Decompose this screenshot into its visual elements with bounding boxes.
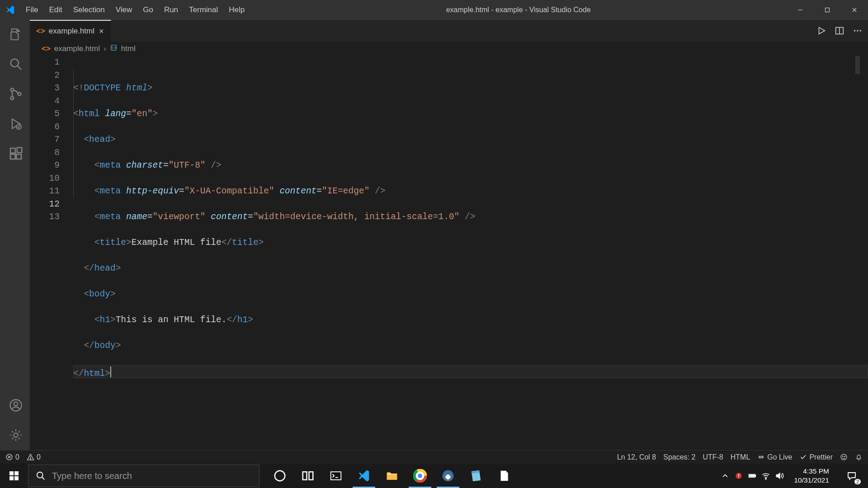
breadcrumb-file-icon: <>: [42, 44, 51, 53]
activity-accounts-icon[interactable]: [0, 390, 30, 420]
editor-actions: [816, 20, 868, 42]
svg-rect-57: [755, 475, 756, 476]
chevron-right-icon: ›: [104, 44, 106, 53]
svg-rect-33: [14, 471, 19, 475]
svg-point-27: [30, 459, 31, 459]
close-button[interactable]: [841, 0, 868, 19]
status-feedback-icon[interactable]: [840, 453, 848, 461]
svg-rect-54: [739, 474, 740, 476]
taskbar-search[interactable]: Type here to search: [28, 465, 259, 487]
taskbar-file-explorer-icon[interactable]: [378, 464, 406, 488]
status-warnings[interactable]: 0: [27, 453, 41, 461]
search-placeholder: Type here to search: [52, 471, 132, 481]
svg-rect-13: [17, 148, 22, 153]
more-actions-icon[interactable]: [853, 26, 863, 36]
taskbar-cortana-icon[interactable]: [266, 464, 294, 488]
svg-point-28: [760, 456, 762, 458]
svg-point-38: [275, 471, 285, 481]
svg-rect-10: [10, 148, 15, 153]
menu-view[interactable]: View: [110, 0, 138, 19]
menu-terminal[interactable]: Terminal: [184, 0, 223, 19]
svg-point-19: [854, 30, 855, 31]
tab-close-icon[interactable]: ×: [98, 26, 105, 36]
status-bar: 0 0 Ln 12, Col 8 Spaces: 2 UTF-8 HTML Go…: [0, 450, 868, 464]
taskbar-vscode-icon[interactable]: [350, 464, 378, 488]
svg-rect-1: [826, 8, 830, 12]
status-go-live[interactable]: Go Live: [757, 453, 792, 461]
activity-search-icon[interactable]: [0, 49, 30, 79]
taskbar-notepad-icon[interactable]: [462, 464, 490, 488]
taskbar-task-view-icon[interactable]: [294, 464, 322, 488]
code-editor[interactable]: 1 2 3 4 5 6 7 8 9 10 11 12 13 <!DOCTYPE …: [30, 56, 868, 450]
status-bell-icon[interactable]: [855, 453, 863, 461]
svg-rect-41: [331, 472, 341, 480]
svg-rect-11: [10, 154, 15, 159]
breadcrumb[interactable]: <> example.html › html: [30, 42, 868, 56]
tray-chevron-up-icon[interactable]: [721, 471, 730, 480]
menu-go[interactable]: Go: [137, 0, 159, 19]
activity-source-control-icon[interactable]: [0, 79, 30, 109]
taskbar-terminal-icon[interactable]: [322, 464, 350, 488]
breadcrumb-symbol-icon: [110, 44, 118, 54]
menu-run[interactable]: Run: [159, 0, 184, 19]
activity-extensions-icon[interactable]: [0, 139, 30, 169]
menu-file[interactable]: File: [20, 0, 43, 19]
activity-explorer-icon[interactable]: [0, 19, 30, 49]
activity-settings-icon[interactable]: [0, 420, 30, 450]
tray-wifi-icon[interactable]: [761, 471, 770, 480]
activity-bar: [0, 19, 30, 450]
start-button[interactable]: [0, 464, 28, 488]
split-editor-icon[interactable]: [835, 26, 844, 36]
taskbar-chrome-icon[interactable]: [406, 464, 434, 488]
svg-point-30: [843, 456, 843, 456]
taskbar-app-icon[interactable]: [434, 464, 462, 488]
status-spaces[interactable]: Spaces: 2: [663, 453, 695, 461]
window-title: example.html - example - Visual Studio C…: [250, 6, 787, 14]
tray-volume-icon[interactable]: [775, 471, 784, 480]
tab-filename: example.html: [49, 27, 94, 36]
windows-taskbar: Type here to search 4:35 PM 10/31/2021 2: [0, 464, 868, 488]
status-prettier[interactable]: Prettier: [799, 453, 833, 461]
code-content[interactable]: <!DOCTYPE html> <html lang="en"> <head> …: [73, 56, 868, 450]
tray-battery-icon[interactable]: [748, 471, 757, 480]
menu-edit[interactable]: Edit: [43, 0, 67, 19]
status-language[interactable]: HTML: [731, 453, 750, 461]
minimize-button[interactable]: [787, 0, 814, 19]
breadcrumb-file: example.html: [54, 44, 100, 53]
svg-line-37: [42, 477, 45, 480]
tab-bar: <> example.html ×: [30, 19, 868, 42]
activity-run-debug-icon[interactable]: [0, 109, 30, 139]
editor-area: <> example.html × <> example.html › html…: [30, 19, 868, 450]
menu-help[interactable]: Help: [223, 0, 250, 19]
tray-security-icon[interactable]: [734, 471, 743, 480]
taskbar-clock[interactable]: 4:35 PM 10/31/2021: [789, 467, 834, 485]
status-errors[interactable]: 0: [5, 453, 19, 461]
svg-point-7: [10, 97, 14, 100]
maximize-button[interactable]: [814, 0, 841, 19]
minimap[interactable]: [855, 56, 860, 74]
svg-point-15: [14, 402, 18, 406]
svg-point-4: [10, 59, 18, 67]
svg-rect-34: [9, 476, 14, 480]
svg-rect-12: [16, 154, 21, 159]
status-encoding[interactable]: UTF-8: [703, 453, 723, 461]
action-center-icon[interactable]: 2: [839, 464, 864, 488]
html-file-icon: <>: [36, 27, 45, 36]
system-tray: 4:35 PM 10/31/2021 2: [721, 464, 868, 488]
vscode-logo-icon: [0, 5, 20, 15]
svg-rect-43: [387, 475, 397, 480]
svg-rect-40: [309, 472, 313, 480]
menu-selection[interactable]: Selection: [68, 0, 110, 19]
line-number-gutter: 1 2 3 4 5 6 7 8 9 10 11 12 13: [30, 56, 73, 450]
svg-point-31: [844, 456, 845, 456]
tab-example-html[interactable]: <> example.html ×: [30, 20, 111, 42]
text-cursor: [110, 366, 111, 377]
status-cursor-position[interactable]: Ln 12, Col 8: [617, 453, 656, 461]
svg-rect-39: [303, 472, 307, 480]
svg-rect-58: [750, 475, 755, 476]
menu-bar: File Edit Selection View Go Run Terminal…: [20, 0, 250, 19]
run-file-icon[interactable]: [816, 26, 826, 36]
svg-rect-32: [9, 471, 14, 475]
taskbar-document-icon[interactable]: [490, 464, 518, 488]
svg-point-59: [765, 479, 766, 479]
